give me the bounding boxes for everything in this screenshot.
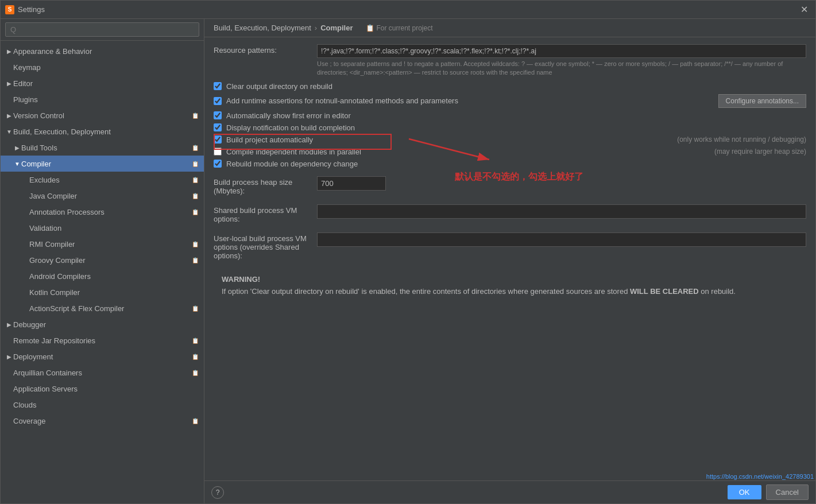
ok-button[interactable]: OK: [728, 485, 761, 499]
sidebar-item-label-debugger: Debugger: [13, 320, 199, 329]
heap-size-input[interactable]: [317, 176, 386, 191]
sidebar-item-coverage[interactable]: Coverage📋: [1, 413, 204, 429]
user-local-vm-label: User-local build process VM options (ove…: [214, 232, 317, 260]
build-automatically-note: (only works while not running / debuggin…: [677, 135, 806, 144]
sidebar-item-icon-compiler: 📋: [191, 160, 199, 168]
sidebar-item-kotlin-compiler[interactable]: Kotlin Compiler: [1, 284, 204, 300]
sidebar-item-clouds[interactable]: Clouds: [1, 397, 204, 413]
breadcrumb-current: Compiler: [320, 24, 353, 32]
main-content: Build, Execution, Deployment › Compiler …: [204, 19, 815, 503]
user-local-vm-input[interactable]: [317, 232, 806, 247]
display-notification-label: Display notification on build completion: [226, 123, 806, 132]
settings-panel: Resource patterns: Use ; to separate pat…: [204, 37, 815, 480]
breadcrumb-parent: Build, Execution, Deployment: [214, 24, 311, 32]
sidebar-item-debugger[interactable]: Debugger: [1, 316, 204, 332]
compile-modules-label: Compile independent modules in parallel: [226, 148, 705, 156]
breadcrumb: Build, Execution, Deployment › Compiler …: [204, 19, 815, 37]
sidebar-item-plugins[interactable]: Plugins: [1, 91, 204, 107]
tree-arrow-deployment: [5, 352, 13, 360]
warning-box: WARNING! If option 'Clear output directo…: [214, 269, 806, 303]
sidebar-item-java-compiler[interactable]: Java Compiler📋: [1, 188, 204, 204]
sidebar: Appearance & BehaviorKeymapEditorPlugins…: [1, 19, 204, 503]
sidebar-item-rmi-compiler[interactable]: RMI Compiler📋: [1, 236, 204, 252]
configure-annotations-button[interactable]: Configure annotations...: [718, 94, 806, 108]
runtime-assertions-checkbox[interactable]: [214, 97, 222, 105]
sidebar-item-label-rmi-compiler: RMI Compiler: [29, 240, 191, 249]
sidebar-item-arquillian[interactable]: Arquillian Containers📋: [1, 365, 204, 381]
sidebar-item-icon-coverage: 📋: [191, 417, 199, 425]
sidebar-item-label-remote-jar: Remote Jar Repositories: [13, 336, 191, 345]
sidebar-item-android-compilers[interactable]: Android Compilers: [1, 268, 204, 284]
app-icon: S: [5, 5, 14, 14]
sidebar-item-deployment[interactable]: Deployment📋: [1, 348, 204, 365]
resource-patterns-label: Resource patterns:: [214, 44, 317, 55]
sidebar-item-compiler[interactable]: Compiler📋: [1, 156, 204, 172]
sidebar-item-label-version-control: Version Control: [13, 111, 191, 120]
sidebar-item-icon-remote-jar: 📋: [191, 336, 199, 344]
shared-vm-input[interactable]: [317, 204, 806, 219]
resource-patterns-input[interactable]: [317, 44, 806, 58]
display-notification-checkbox[interactable]: [214, 123, 222, 131]
clear-output-label: Clear output directory on rebuild: [226, 82, 806, 91]
build-automatically-checkbox[interactable]: [214, 135, 222, 144]
bottom-bar: ? OK Cancel: [204, 480, 815, 503]
sidebar-item-annotation-processors[interactable]: Annotation Processors📋: [1, 204, 204, 220]
project-icon: 📋: [366, 24, 374, 32]
sidebar-item-label-appearance: Appearance & Behavior: [13, 47, 199, 56]
sidebar-item-label-app-servers: Application Servers: [13, 385, 199, 393]
sidebar-item-label-android-compilers: Android Compilers: [29, 272, 199, 281]
sidebar-item-editor[interactable]: Editor: [1, 75, 204, 91]
sidebar-item-validation[interactable]: Validation: [1, 220, 204, 236]
show-first-error-checkbox[interactable]: [214, 111, 222, 119]
sidebar-item-icon-excludes: 📋: [191, 176, 199, 184]
rebuild-module-checkbox[interactable]: [214, 160, 222, 168]
sidebar-item-label-arquillian: Arquillian Containers: [13, 369, 191, 377]
cancel-button[interactable]: Cancel: [766, 484, 809, 500]
sidebar-item-icon-groovy-compiler: 📋: [191, 256, 199, 264]
sidebar-item-remote-jar[interactable]: Remote Jar Repositories📋: [1, 332, 204, 348]
sidebar-item-version-control[interactable]: Version Control📋: [1, 107, 204, 123]
sidebar-item-build-execution[interactable]: Build, Execution, Deployment: [1, 123, 204, 139]
heap-size-row: Build process heap size (Mbytes):: [214, 176, 806, 195]
warning-title: WARNING!: [222, 275, 798, 284]
search-bar: [1, 19, 204, 41]
resource-patterns-hint: Use ; to separate patterns and ! to nega…: [317, 60, 806, 77]
search-input[interactable]: [5, 22, 199, 37]
sidebar-item-label-java-compiler: Java Compiler: [29, 192, 191, 200]
checkbox-build-automatically: Build project automatically (only works …: [214, 135, 806, 144]
help-button[interactable]: ?: [211, 486, 224, 499]
runtime-assertions-label: Add runtime assertions for notnull-annot…: [226, 96, 711, 105]
title-bar: S Settings ✕: [1, 1, 815, 19]
compile-modules-checkbox[interactable]: [214, 148, 222, 156]
sidebar-item-label-annotation-processors: Annotation Processors: [29, 208, 191, 216]
sidebar-item-label-keymap: Keymap: [13, 63, 199, 72]
sidebar-item-label-deployment: Deployment: [13, 352, 191, 361]
sidebar-item-label-editor: Editor: [13, 79, 199, 88]
resource-patterns-row: Resource patterns: Use ; to separate pat…: [214, 44, 806, 77]
sidebar-item-label-excludes: Excludes: [29, 176, 191, 184]
clear-output-checkbox[interactable]: [214, 82, 222, 90]
tree-arrow-build-tools: [13, 144, 21, 152]
breadcrumb-separator: ›: [315, 24, 317, 32]
compile-modules-note: (may require larger heap size): [714, 148, 806, 156]
sidebar-item-icon-version-control: 📋: [191, 111, 199, 119]
sidebar-item-excludes[interactable]: Excludes📋: [1, 172, 204, 188]
close-button[interactable]: ✕: [797, 3, 811, 17]
sidebar-item-build-tools[interactable]: Build Tools📋: [1, 139, 204, 156]
sidebar-item-icon-actionscript-compiler: 📋: [191, 304, 199, 312]
sidebar-item-appearance[interactable]: Appearance & Behavior: [1, 43, 204, 59]
shared-vm-value-area: [317, 204, 806, 219]
bottom-left: ?: [211, 486, 224, 499]
user-local-vm-row: User-local build process VM options (ove…: [214, 232, 806, 260]
sidebar-item-icon-deployment: 📋: [191, 352, 199, 360]
sidebar-item-keymap[interactable]: Keymap: [1, 59, 204, 75]
sidebar-item-app-servers[interactable]: Application Servers: [1, 381, 204, 397]
sidebar-item-label-clouds: Clouds: [13, 401, 199, 409]
watermark: https://blog.csdn.net/weixin_42789301: [706, 473, 814, 480]
user-local-vm-value-area: [317, 232, 806, 247]
sidebar-item-groovy-compiler[interactable]: Groovy Compiler📋: [1, 252, 204, 268]
sidebar-item-actionscript-compiler[interactable]: ActionScript & Flex Compiler📋: [1, 300, 204, 316]
project-badge: 📋 For current project: [366, 24, 433, 32]
tree-arrow-build-execution: [5, 127, 13, 135]
sidebar-item-label-validation: Validation: [29, 224, 199, 232]
